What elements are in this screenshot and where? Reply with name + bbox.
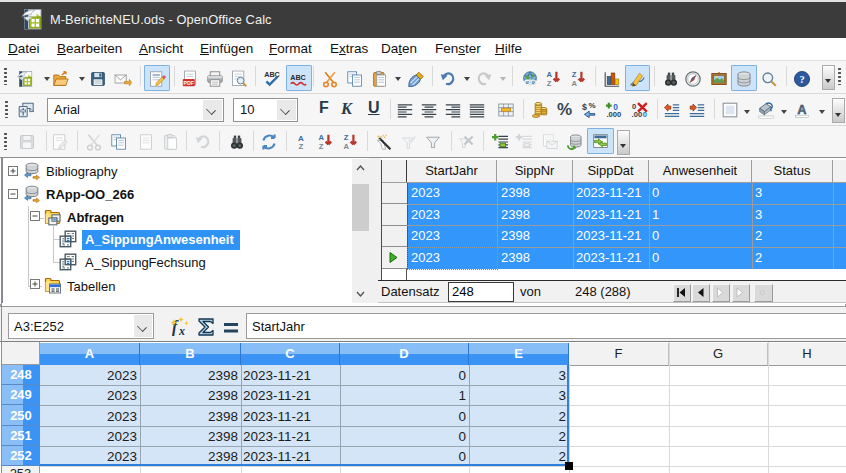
svg-text:A: A (343, 142, 349, 151)
svg-text:?: ? (799, 74, 804, 85)
svg-text:x: x (178, 324, 185, 338)
svg-text:Z: Z (319, 142, 324, 151)
svg-text:A: A (546, 70, 552, 79)
svg-text:Z: Z (547, 79, 552, 88)
svg-text:%: % (588, 101, 595, 110)
svg-text:A: A (797, 102, 806, 117)
svg-text:PDF: PDF (184, 80, 194, 86)
svg-text:Z: Z (299, 142, 304, 151)
svg-text:Z: Z (572, 70, 577, 79)
svg-text:.00: .00 (632, 110, 643, 119)
svg-text:ABC: ABC (290, 73, 306, 82)
svg-text:f: f (172, 318, 179, 336)
svg-text:A: A (318, 133, 324, 142)
svg-text:.000: .000 (606, 110, 621, 119)
svg-text:$: $ (582, 102, 587, 112)
svg-text:Z: Z (344, 133, 349, 142)
svg-text:A: A (571, 79, 577, 88)
